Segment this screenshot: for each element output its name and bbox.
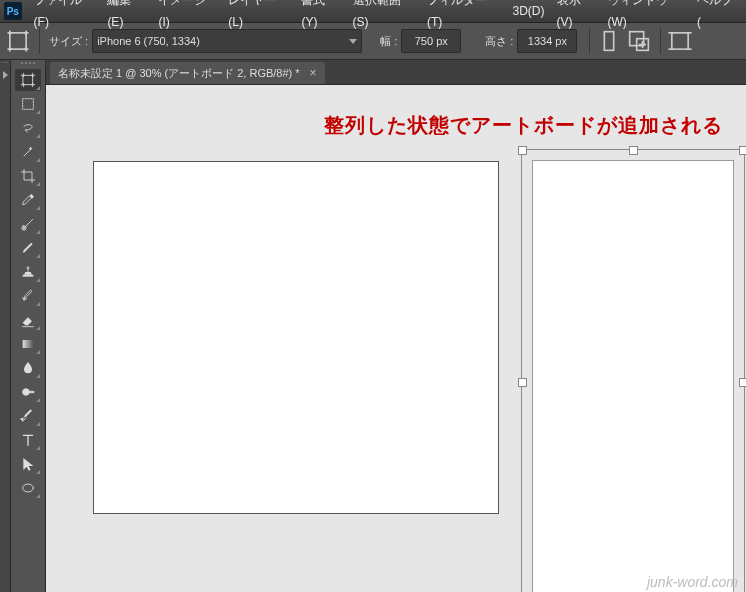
eraser-tool[interactable] (15, 309, 41, 331)
blur-tool[interactable] (15, 357, 41, 379)
annotation-text: 整列した状態でアートボードが追加される (324, 112, 723, 139)
tools-sidebar (11, 60, 46, 592)
grip-icon (20, 62, 36, 66)
svg-rect-14 (672, 33, 688, 49)
svg-rect-9 (605, 32, 614, 51)
collapsed-panel-strip[interactable] (0, 60, 11, 592)
canvas-area[interactable]: 整列した状態でアートボードが追加される junk-word.com (46, 84, 746, 592)
close-icon[interactable]: × (310, 67, 317, 79)
resize-handle-top-left[interactable] (518, 146, 527, 155)
magic-wand-tool[interactable] (15, 141, 41, 163)
resize-handle-top-center[interactable] (629, 146, 638, 155)
lasso-tool[interactable] (15, 117, 41, 139)
canvas-main: 名称未設定 1 @ 30% (アートボード 2, RGB/8#) * × 整列し… (46, 60, 746, 592)
menu-help[interactable]: ヘルプ( (691, 0, 742, 33)
path-selection-tool[interactable] (15, 453, 41, 475)
dodge-tool[interactable] (15, 381, 41, 403)
width-label: 幅 : (380, 34, 397, 49)
orientation-portrait-button[interactable] (595, 28, 623, 54)
svg-rect-33 (23, 275, 34, 277)
size-preset-dropdown[interactable]: iPhone 6 (750, 1334) (92, 29, 362, 53)
shape-tool[interactable] (15, 477, 41, 499)
svg-line-29 (24, 149, 31, 156)
size-preset-value: iPhone 6 (750, 1334) (97, 30, 200, 52)
crop-tool[interactable] (15, 165, 41, 187)
separator (39, 28, 40, 54)
artboard-tool[interactable] (15, 69, 41, 91)
svg-rect-19 (23, 75, 32, 84)
artboard-2-selection[interactable] (521, 149, 745, 592)
document-tab[interactable]: 名称未設定 1 @ 30% (アートボード 2, RGB/8#) * × (50, 62, 325, 84)
artboard-2 (532, 160, 734, 592)
svg-point-41 (23, 484, 34, 492)
svg-rect-38 (29, 391, 34, 392)
svg-rect-0 (10, 33, 26, 49)
svg-rect-36 (23, 340, 34, 348)
resize-handle-middle-left[interactable] (518, 378, 527, 387)
brush-tool[interactable] (15, 237, 41, 259)
width-input[interactable] (401, 29, 461, 53)
resize-handle-top-right[interactable] (739, 146, 746, 155)
separator (660, 28, 661, 54)
workspace: 名称未設定 1 @ 30% (アートボード 2, RGB/8#) * × 整列し… (0, 60, 746, 592)
menu-bar: Ps ファイル(F) 編集(E) イメージ(I) レイヤー(L) 書式(Y) 選… (0, 0, 746, 23)
chevron-down-icon (349, 39, 357, 44)
menu-3d[interactable]: 3D(D) (507, 0, 551, 22)
artboard-tool-icon[interactable] (4, 28, 32, 54)
height-label: 高さ : (485, 34, 513, 49)
expand-panel-icon (3, 71, 8, 79)
add-artboard-button[interactable] (625, 28, 653, 54)
resize-handle-middle-right[interactable] (739, 378, 746, 387)
photoshop-logo: Ps (4, 2, 22, 20)
svg-rect-28 (23, 99, 34, 110)
height-input[interactable] (517, 29, 577, 53)
artboard-1[interactable] (93, 161, 499, 514)
document-tabstrip: 名称未設定 1 @ 30% (アートボード 2, RGB/8#) * × (46, 60, 746, 85)
pen-tool[interactable] (15, 405, 41, 427)
marquee-tool[interactable] (15, 93, 41, 115)
size-label: サイズ : (49, 34, 88, 49)
clone-stamp-tool[interactable] (15, 261, 41, 283)
history-brush-tool[interactable] (15, 285, 41, 307)
document-tab-title: 名称未設定 1 @ 30% (アートボード 2, RGB/8#) * (58, 66, 300, 81)
watermark-text: junk-word.com (647, 574, 738, 590)
align-artboard-button[interactable] (666, 28, 694, 54)
type-tool[interactable] (15, 429, 41, 451)
eyedropper-tool[interactable] (15, 189, 41, 211)
healing-brush-tool[interactable] (15, 213, 41, 235)
ps-logo-text: Ps (7, 6, 19, 17)
gradient-tool[interactable] (15, 333, 41, 355)
separator (589, 28, 590, 54)
